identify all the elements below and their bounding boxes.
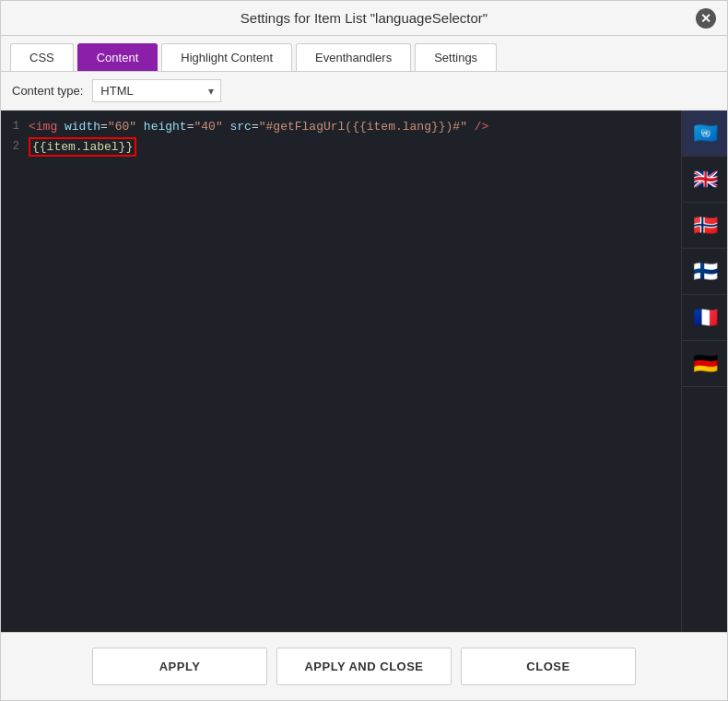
flag-no[interactable]: 🇳🇴 [682,203,727,249]
line-number-1: 1 [1,118,29,133]
apply-button[interactable]: APPLY [92,648,267,685]
tab-highlight-content[interactable]: Highlight Content [161,43,292,71]
eq3: = [252,120,259,134]
flag-un[interactable]: 🇺🇳 [682,111,727,157]
close-x-button[interactable]: ✕ [694,6,718,30]
flag-fr[interactable]: 🇫🇷 [682,295,727,341]
content-type-bar: Content type: HTML Text Template [1,72,727,111]
flag-de[interactable]: 🇩🇪 [682,341,727,387]
editor-area: 1 <img width="60" height="40" src="#getF… [1,111,727,632]
template-expression: {{item.label}} [29,137,136,157]
line-number-2: 2 [1,138,29,153]
code-line-2: 2 {{item.label}} [1,138,681,158]
footer-buttons: APPLY APPLY AND CLOSE CLOSE [1,632,727,700]
content-type-select-wrapper[interactable]: HTML Text Template [92,79,221,102]
content-type-label: Content type: [12,84,83,98]
dialog-title: Settings for Item List "languageSelector… [241,10,487,26]
attr-width: width [57,120,100,134]
dialog-title-bar: Settings for Item List "languageSelector… [1,1,727,36]
flag-gb[interactable]: 🇬🇧 [682,157,727,203]
flag-fi[interactable]: 🇫🇮 [682,249,727,295]
apply-close-button[interactable]: APPLY AND CLOSE [276,648,452,685]
line-content-2: {{item.label}} [29,138,681,154]
tab-eventhandlers[interactable]: Eventhandlers [296,43,411,71]
val-src: "#getFlagUrl({{item.lang}})#" [259,120,467,134]
content-type-select[interactable]: HTML Text Template [92,79,221,102]
eq1: = [100,120,108,134]
settings-dialog: Settings for Item List "languageSelector… [0,0,728,701]
val-width: "60" [108,120,136,134]
tabs-bar: CSS Content Highlight Content Eventhandl… [1,36,727,72]
tab-content[interactable]: Content [77,43,159,71]
tab-css[interactable]: CSS [10,43,74,71]
attr-src: src [223,120,252,134]
val-height: "40" [194,120,222,134]
sidebar-flags: 🇺🇳 🇬🇧 🇳🇴 🇫🇮 🇫🇷 🇩🇪 [681,111,727,632]
code-editor[interactable]: 1 <img width="60" height="40" src="#getF… [1,111,681,632]
tab-settings[interactable]: Settings [415,43,497,71]
line-content-1: <img width="60" height="40" src="#getFla… [29,118,681,134]
close-x-icon: ✕ [696,8,716,29]
close-button[interactable]: CLOSE [461,648,636,685]
tag-img: <img [29,120,57,134]
code-line-1: 1 <img width="60" height="40" src="#getF… [1,118,681,138]
tag-close: /> [467,120,488,134]
attr-height: height [136,120,187,134]
